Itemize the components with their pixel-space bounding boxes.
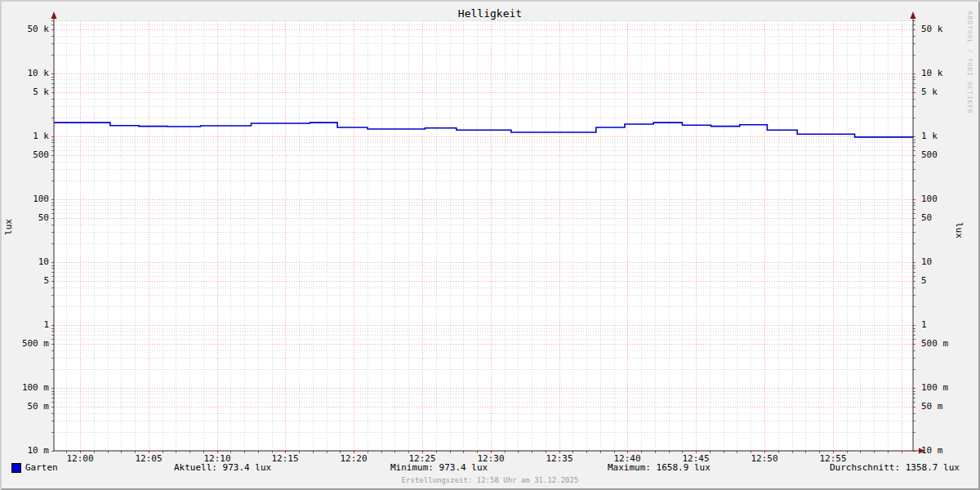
y-tick-label-left: 50 m (7, 402, 49, 412)
y-tick-label-left: 1 (7, 320, 49, 330)
y-tick-label-right: 100 m (921, 383, 967, 393)
y-tick-label-right: 100 (921, 194, 967, 204)
y-tick-label-left: 5 k (7, 87, 49, 97)
legend: Garten Aktuell: 973.4 lux Minimum: 973.4… (0, 462, 980, 474)
y-tick-label-left: 10 m (7, 446, 49, 456)
y-tick-label-right: 500 (921, 150, 967, 160)
y-axis-arrow-left (51, 11, 57, 19)
y-tick-label-right: 5 (921, 276, 967, 286)
stat-maximum: Maximum: 1658.9 lux (608, 462, 710, 473)
y-tick-label-right: 5 k (921, 87, 967, 97)
plot-canvas (54, 21, 913, 451)
y-tick-label-right: 10 (921, 257, 967, 267)
y-tick-label-left: 10 k (7, 69, 49, 78)
plot-area (0, 0, 980, 490)
y-tick-label-right: 50 k (921, 24, 967, 34)
series-color-swatch (11, 463, 21, 473)
y-tick-label-right: 10 k (921, 69, 967, 78)
y-tick-label-right: 1 (921, 320, 967, 330)
stat-aktuell: Aktuell: 973.4 lux (174, 462, 271, 473)
rrdtool-graph: Helligkeit 12:0012:0512:1012:1512:2012:2… (0, 0, 980, 490)
y-tick-label-left: 10 (7, 257, 49, 267)
y-tick-label-left: 100 (7, 194, 49, 204)
y-tick-label-right: 50 m (921, 402, 967, 412)
y-axis-label-left: lux (3, 219, 14, 235)
creation-timestamp: Erstellungszeit: 12:58 Uhr am 31.12.2025 (0, 476, 980, 484)
y-tick-label-left: 100 m (7, 383, 49, 393)
rrdtool-watermark: RRDTOOL / TOBI OETIKER (966, 11, 973, 114)
y-axis-arrow-right (911, 11, 916, 19)
stat-durchschnitt: Durchschnitt: 1358.7 lux (830, 462, 960, 473)
y-tick-label-left: 500 m (7, 339, 49, 349)
y-tick-label-left: 1 k (7, 131, 49, 141)
y-tick-label-right: 1 k (921, 131, 967, 141)
stat-minimum: Minimum: 973.4 lux (390, 462, 488, 473)
y-tick-label-right: 500 m (921, 339, 967, 349)
series-label: Garten (25, 462, 58, 473)
y-tick-label-left: 50 k (7, 24, 49, 34)
y-axis-label-right: lux (954, 222, 964, 238)
y-tick-label-left: 500 (7, 150, 49, 160)
y-tick-label-right: 10 m (921, 446, 967, 456)
y-tick-label-left: 5 (7, 276, 49, 286)
